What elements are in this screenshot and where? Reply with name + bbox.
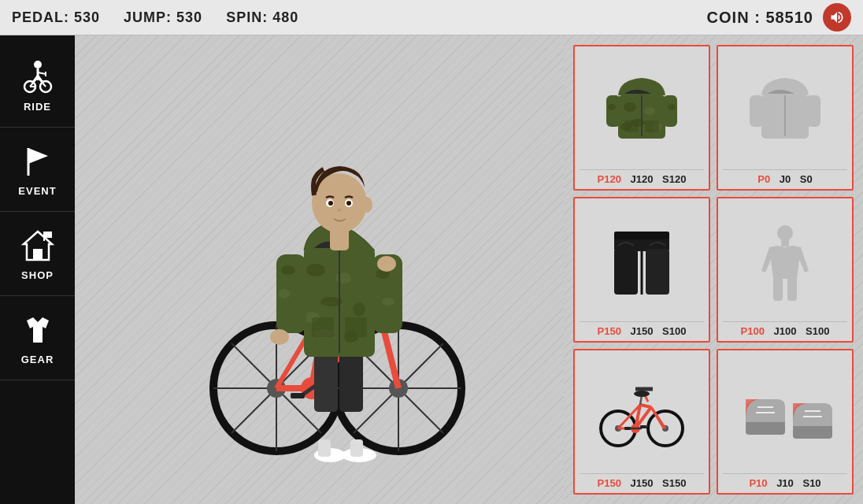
empty-stats: P0 J0 S0 [723, 169, 847, 185]
main-layout: RIDE EVENT [0, 35, 863, 504]
svg-point-79 [624, 102, 636, 112]
svg-rect-14 [33, 249, 43, 260]
figure-stats: P100 J100 S100 [723, 321, 847, 337]
svg-rect-16 [44, 232, 52, 238]
character-container [182, 65, 457, 475]
gear-label: GEAR [21, 354, 54, 365]
ride-icon [18, 57, 57, 97]
svg-point-57 [353, 302, 365, 317]
svg-line-110 [640, 405, 651, 407]
shop-grid: P120 J120 S120 P0 [564, 35, 863, 504]
svg-rect-48 [318, 439, 331, 457]
svg-rect-101 [781, 240, 789, 246]
shop-item-shoes[interactable]: P10 J10 S10 [717, 349, 854, 495]
svg-rect-92 [750, 95, 764, 127]
bike-image [580, 357, 704, 473]
svg-rect-76 [312, 317, 334, 337]
sound-icon [829, 9, 845, 25]
svg-point-68 [377, 256, 396, 272]
svg-rect-123 [746, 423, 785, 435]
camo-jacket-stats: P120 J120 S120 [580, 169, 704, 185]
shop-item-figure[interactable]: P100 J100 S100 [717, 197, 854, 343]
svg-marker-12 [28, 148, 48, 164]
svg-point-74 [346, 201, 351, 206]
svg-point-72 [328, 201, 333, 206]
shop-item-camo-jacket[interactable]: P120 J120 S120 [573, 45, 710, 191]
svg-rect-77 [345, 317, 367, 337]
sound-button[interactable] [823, 3, 851, 32]
empty-jacket-image [723, 53, 847, 169]
shop-label: SHOP [21, 269, 54, 281]
svg-point-62 [281, 265, 295, 275]
top-bar: PEDAL: 530 JUMP: 530 SPIN: 480 COIN : 58… [0, 0, 863, 35]
svg-rect-99 [614, 232, 669, 239]
shoes-stats: P10 J10 S10 [723, 473, 847, 489]
character-svg [174, 57, 465, 475]
svg-rect-84 [606, 95, 620, 127]
gear-icon [18, 310, 57, 350]
svg-rect-51 [339, 349, 363, 412]
svg-point-118 [634, 391, 650, 397]
pants-stats: P150 J150 S100 [580, 321, 704, 337]
bike-stats: P150 J150 S150 [580, 473, 704, 489]
shop-item-empty[interactable]: P0 J0 S0 [717, 45, 854, 191]
coin-display: COIN : 58510 [707, 9, 813, 27]
event-label: EVENT [18, 185, 56, 197]
svg-rect-93 [806, 95, 820, 127]
pants-image [580, 205, 704, 321]
svg-rect-44 [291, 393, 305, 398]
sidebar-item-event[interactable]: EVENT [0, 128, 75, 212]
svg-point-85 [608, 104, 616, 110]
svg-point-67 [270, 329, 289, 345]
svg-rect-49 [350, 439, 363, 457]
coin-area: COIN : 58510 [707, 3, 851, 32]
event-icon [18, 142, 57, 181]
svg-rect-126 [793, 427, 832, 439]
spin-stat: SPIN: 480 [226, 9, 298, 26]
figure-image [723, 205, 847, 321]
svg-rect-86 [663, 95, 677, 127]
svg-point-75 [361, 197, 372, 213]
svg-point-66 [382, 298, 394, 306]
stats-left: PEDAL: 530 JUMP: 530 SPIN: 480 [12, 9, 298, 26]
ride-label: RIDE [24, 101, 51, 113]
svg-rect-122 [640, 425, 646, 428]
shop-item-pants[interactable]: P150 J150 S100 [573, 197, 710, 343]
svg-point-80 [644, 107, 655, 115]
svg-point-54 [335, 272, 351, 284]
sidebar-item-shop[interactable]: SHOP [0, 212, 75, 296]
svg-rect-96 [614, 249, 638, 295]
shop-item-bike[interactable]: P150 J150 S150 [573, 349, 710, 495]
character-view [75, 35, 564, 504]
sidebar: RIDE EVENT [0, 35, 75, 504]
svg-point-0 [34, 61, 42, 69]
svg-rect-103 [787, 277, 797, 301]
camo-jacket-image [580, 53, 704, 169]
svg-rect-102 [773, 277, 783, 301]
svg-rect-90 [645, 120, 659, 132]
pedal-stat: PEDAL: 530 [12, 9, 100, 26]
jump-stat: JUMP: 530 [124, 9, 202, 26]
svg-rect-121 [624, 427, 631, 430]
sidebar-item-ride[interactable]: RIDE [0, 43, 75, 128]
shoes-image [723, 357, 847, 473]
svg-rect-50 [314, 349, 338, 412]
svg-point-87 [668, 104, 676, 110]
svg-point-100 [777, 225, 793, 241]
svg-point-53 [306, 264, 325, 276]
svg-rect-97 [646, 249, 669, 295]
sidebar-item-gear[interactable]: GEAR [0, 296, 75, 380]
svg-point-63 [278, 289, 291, 298]
svg-rect-89 [624, 120, 639, 132]
shop-icon [18, 226, 57, 265]
